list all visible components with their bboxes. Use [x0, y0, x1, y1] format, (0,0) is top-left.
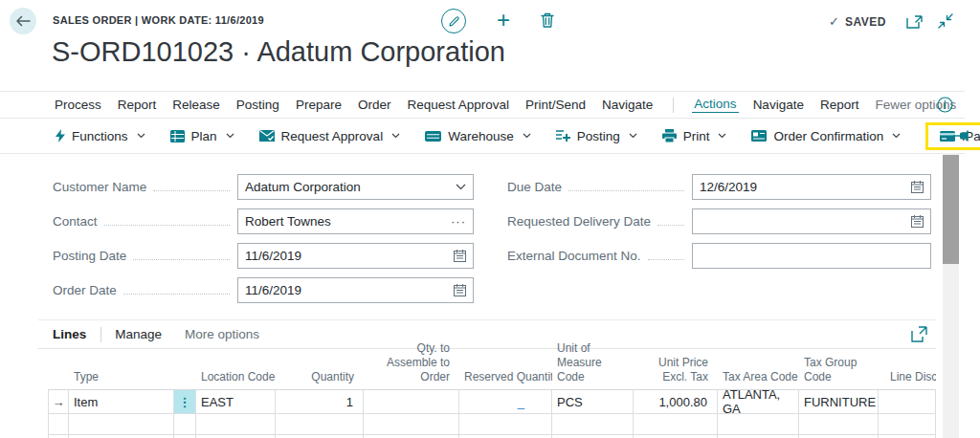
info-button[interactable]: [936, 96, 953, 113]
requested-delivery-date-field[interactable]: [692, 208, 931, 234]
toolbar-print-label: Print: [683, 129, 710, 143]
info-icon: [937, 97, 953, 113]
cell-empty[interactable]: [49, 414, 69, 435]
menu-item-release[interactable]: Release: [170, 98, 222, 112]
open-in-window-button[interactable]: [905, 12, 923, 30]
col-tax-area-code[interactable]: Tax Area Code: [718, 370, 799, 389]
cell-empty[interactable]: [174, 414, 196, 435]
menu-item-navigate-2[interactable]: Navigate: [751, 98, 806, 112]
col-qty-to-assemble[interactable]: Qty. to Assemble to Order: [364, 341, 459, 389]
cell-tax-group-code[interactable]: FURNITURE: [799, 390, 879, 414]
toolbar-print-button[interactable]: Print: [662, 129, 727, 143]
calendar-icon[interactable]: [911, 181, 924, 193]
menu-item-order[interactable]: Order: [356, 98, 393, 112]
cell-qty-to-assemble[interactable]: [364, 390, 459, 414]
toolbar-order-confirmation-button[interactable]: Order Confirmation: [751, 129, 901, 143]
back-button[interactable]: [10, 8, 36, 34]
cell-unit-price[interactable]: 1,000.80: [634, 390, 718, 414]
cell-empty[interactable]: [718, 414, 799, 435]
ellipsis-lookup-icon[interactable]: ···: [451, 214, 466, 229]
menu-item-posting[interactable]: Posting: [234, 98, 281, 112]
lines-divider: [100, 327, 101, 342]
chevron-down-icon: [226, 133, 234, 139]
lines-more-options-button[interactable]: More options: [185, 327, 259, 341]
external-document-no-field[interactable]: [692, 243, 931, 269]
toolbar-warehouse-button[interactable]: Warehouse: [425, 129, 531, 143]
col-line-discount[interactable]: Line Discou: [879, 370, 936, 389]
order-date-value: 11/6/2019: [245, 283, 454, 297]
pin-button[interactable]: [951, 125, 972, 146]
requested-delivery-date-row: Requested Delivery Date: [507, 208, 931, 234]
lines-manage-button[interactable]: Manage: [115, 327, 162, 341]
due-date-field[interactable]: 12/6/2019: [692, 174, 931, 200]
cell-empty[interactable]: [799, 414, 879, 435]
customer-name-field[interactable]: Adatum Corporation: [237, 174, 474, 200]
posting-date-field[interactable]: 11/6/2019: [237, 243, 474, 269]
menu-item-report[interactable]: Report: [116, 98, 159, 112]
lines-tab[interactable]: Lines: [53, 327, 86, 341]
col-type[interactable]: Type: [69, 370, 196, 389]
menu-item-actions[interactable]: Actions: [692, 97, 738, 113]
dropdown-chevron-icon[interactable]: [456, 184, 466, 190]
cell-tax-area-code[interactable]: ATLANTA, GA: [718, 390, 799, 414]
dotted-leader: [123, 294, 230, 295]
confirmation-mail-icon: [751, 130, 767, 142]
col-unit-price[interactable]: Unit Price Excl. Tax: [634, 356, 718, 389]
toolbar-plan-button[interactable]: Plan: [170, 129, 234, 143]
menu-item-navigate[interactable]: Navigate: [600, 98, 655, 112]
cell-empty[interactable]: [879, 414, 936, 435]
toolbar-request-approval-button[interactable]: Request Approval: [259, 129, 401, 143]
col-location-code[interactable]: Location Code: [196, 370, 276, 389]
calendar-icon[interactable]: [911, 215, 924, 228]
contact-field[interactable]: Robert Townes ···: [237, 208, 474, 234]
menu-item-report-2[interactable]: Report: [818, 98, 861, 112]
cell-empty[interactable]: [459, 414, 552, 435]
calendar-icon[interactable]: [454, 250, 466, 262]
contact-row: Contact Robert Townes ···: [53, 208, 474, 234]
pencil-icon: [448, 15, 460, 28]
menu-item-process[interactable]: Process: [53, 98, 103, 112]
page-title: S-ORD101023 · Adatum Corporation: [52, 36, 505, 68]
menu-item-print-send[interactable]: Print/Send: [523, 98, 588, 112]
toolbar-warehouse-label: Warehouse: [448, 129, 514, 143]
cell-quantity[interactable]: 1: [276, 390, 364, 414]
new-button[interactable]: +: [491, 7, 516, 33]
chevron-down-icon: [137, 133, 145, 139]
delete-button[interactable]: [538, 10, 557, 31]
menu-item-prepare[interactable]: Prepare: [294, 98, 344, 112]
col-reserved-quantity[interactable]: Reserved Quantity: [459, 370, 552, 389]
table-row-empty: [49, 414, 936, 435]
posting-date-label: Posting Date: [53, 249, 126, 263]
cell-reserved-quantity[interactable]: _: [459, 390, 552, 414]
collapse-button[interactable]: [936, 11, 955, 31]
row-menu-icon[interactable]: ⋮: [174, 390, 196, 414]
edit-button[interactable]: [441, 9, 466, 33]
cell-location-code[interactable]: EAST: [196, 390, 276, 414]
col-unit-of-measure[interactable]: Unit of Measure Code: [552, 341, 634, 389]
col-quantity[interactable]: Quantity: [276, 370, 364, 389]
due-date-label: Due Date: [507, 180, 562, 194]
col-tax-group-code[interactable]: Tax Group Code: [799, 356, 879, 389]
menu-item-request-approval[interactable]: Request Approval: [405, 98, 511, 112]
vertical-scrollbar-thumb[interactable]: [943, 155, 959, 264]
calendar-icon[interactable]: [454, 284, 466, 296]
cell-empty[interactable]: [69, 414, 174, 435]
posting-date-row: Posting Date 11/6/2019: [53, 243, 474, 269]
toolbar-functions-button[interactable]: Functions: [56, 129, 145, 143]
lines-expand-button[interactable]: [911, 326, 927, 342]
cell-empty[interactable]: [276, 414, 364, 435]
cell-line-discount[interactable]: [879, 390, 936, 414]
back-arrow-icon: [15, 14, 31, 28]
cell-empty[interactable]: [552, 414, 634, 435]
cell-unit-of-measure[interactable]: PCS: [552, 390, 634, 414]
toolbar-posting-button[interactable]: Posting: [556, 129, 637, 143]
cell-empty[interactable]: [364, 414, 459, 435]
plus-icon: +: [497, 7, 510, 33]
customer-name-row: Customer Name Adatum Corporation: [53, 174, 474, 200]
cell-empty[interactable]: [634, 414, 718, 435]
cell-empty[interactable]: [196, 414, 276, 435]
dotted-leader: [104, 225, 230, 226]
expand-icon: [911, 326, 927, 342]
order-date-field[interactable]: 11/6/2019: [237, 277, 474, 303]
cell-type[interactable]: Item: [69, 390, 174, 414]
